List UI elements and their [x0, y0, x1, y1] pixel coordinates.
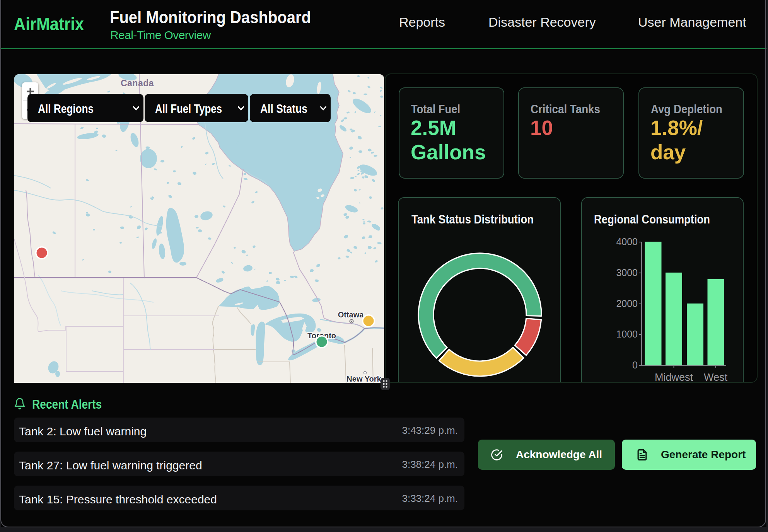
svg-text:Ottawa: Ottawa — [338, 310, 364, 319]
svg-text:Canada: Canada — [121, 78, 154, 88]
svg-text:Critical Tanks: Critical Tanks — [531, 102, 600, 116]
svg-text:Fuel Monitoring Dashboard: Fuel Monitoring Dashboard — [110, 7, 311, 27]
svg-text:Avg Depletion: Avg Depletion — [651, 102, 722, 116]
svg-text:All Regions: All Regions — [38, 102, 94, 116]
svg-text:4000: 4000 — [616, 236, 638, 247]
svg-text:AirMatrix: AirMatrix — [14, 14, 84, 34]
svg-text:1000: 1000 — [616, 329, 638, 339]
svg-text:All Fuel Types: All Fuel Types — [155, 102, 222, 116]
svg-text:Midwest: Midwest — [655, 372, 693, 383]
svg-text:West: West — [704, 372, 728, 383]
svg-text:Total Fuel: Total Fuel — [411, 102, 460, 116]
svg-text:New York: New York — [346, 375, 381, 383]
svg-text:2000: 2000 — [616, 298, 638, 309]
svg-text:0: 0 — [632, 360, 638, 370]
svg-text:3000: 3000 — [616, 267, 638, 278]
svg-text:All Status: All Status — [260, 102, 307, 116]
svg-text:Recent Alerts: Recent Alerts — [32, 397, 102, 411]
